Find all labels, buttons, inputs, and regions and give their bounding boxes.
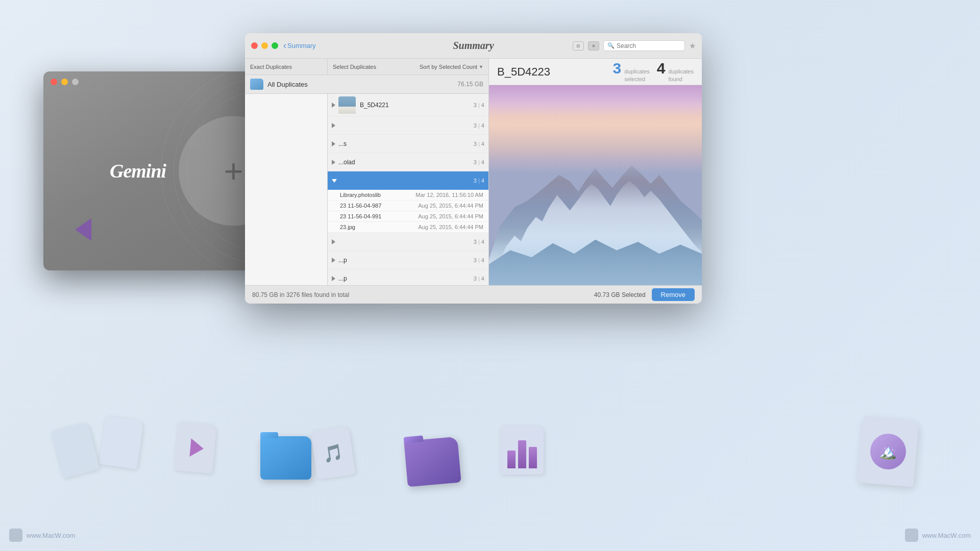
all-dup-folder-icon <box>250 79 263 90</box>
exact-dup-header: Exact Duplicates <box>245 59 328 74</box>
all-duplicates-label: All Duplicates <box>267 81 453 88</box>
back-button[interactable]: Summary <box>287 42 316 49</box>
star-button[interactable]: ★ <box>689 41 696 51</box>
sub-file-date-4: Aug 25, 2015, 6:44:44 PM <box>418 224 483 230</box>
watermark-left: www.MacW.com <box>9 529 75 542</box>
expand-arrow-7 <box>332 258 335 263</box>
watermark-left-text: www.MacW.com <box>27 532 75 539</box>
file-row-6[interactable]: 3 | 4 <box>328 233 488 251</box>
file-count-5: 3 | 4 <box>474 178 484 184</box>
main-window: ‹ Summary Summary ⊞ ≡ 🔍 ★ <box>245 33 702 304</box>
file-count-8: 3 | 4 <box>474 276 484 282</box>
sort-label: Sort by Selected Count <box>420 64 477 70</box>
title-bar: ‹ Summary Summary ⊞ ≡ 🔍 ★ <box>245 33 702 59</box>
bg-gemini-logo: Gemini <box>110 160 166 182</box>
bg-purple-arrow <box>75 218 91 241</box>
file-row-3[interactable]: ...s 3 | 4 <box>328 135 488 153</box>
exact-dup-sidebar <box>245 94 328 285</box>
file-count-6: 3 | 4 <box>474 239 484 245</box>
title-traffic-lights <box>251 42 278 49</box>
all-duplicates-row[interactable]: All Duplicates 76.15 GB <box>245 75 488 94</box>
sort-dropdown[interactable]: Sort by Selected Count ▼ <box>420 64 483 70</box>
file-row-7[interactable]: ...p 3 | 4 <box>328 251 488 269</box>
search-icon: 🔍 <box>607 42 615 49</box>
dup-found-number: 4 <box>657 61 666 76</box>
desktop-purple-folder <box>406 439 459 485</box>
file-row-2[interactable]: 3 | 4 <box>328 116 488 135</box>
dup-selected-number: 3 <box>613 61 622 76</box>
preview-image <box>489 85 702 285</box>
panel-headers: Exact Duplicates Select Duplicates Sort … <box>245 59 488 75</box>
sub-file-date-3: Aug 25, 2015, 6:44:44 PM <box>418 213 483 219</box>
expand-arrow-3 <box>332 141 335 146</box>
desktop-music-icon: 🎵 <box>314 429 352 477</box>
expand-arrow-8 <box>332 276 335 281</box>
sub-file-path-2: 23 11-56-04-987 <box>340 203 414 209</box>
file-row-8[interactable]: ...p 3 | 4 <box>328 269 488 285</box>
file-name-7: ...p <box>338 257 471 264</box>
split-area: B_5D4221 3 | 4 3 | 4 ...s <box>245 94 488 285</box>
file-name-8: ...p <box>338 275 471 282</box>
dup-found-label: duplicatesfound <box>668 68 694 83</box>
watermark-left-icon <box>9 529 22 542</box>
file-name-3: ...s <box>338 140 471 147</box>
file-count-4: 3 | 4 <box>474 159 484 165</box>
tl-green[interactable] <box>272 42 278 49</box>
file-row-5-selected[interactable]: 3 | 4 <box>328 171 488 190</box>
watermark-right-text: www.MacW.com <box>922 532 971 539</box>
file-row-1[interactable]: B_5D4221 3 | 4 <box>328 94 488 116</box>
back-chevron-icon: ‹ <box>283 40 286 51</box>
preview-header: B_5D4223 3 duplicatesselected 4 duplicat… <box>489 59 702 85</box>
file-count-1: 3 | 4 <box>474 102 484 108</box>
sub-file-2[interactable]: 23 11-56-04-987 Aug 25, 2015, 6:44:44 PM <box>328 201 488 211</box>
bg-plus-icon: + <box>224 155 243 188</box>
dup-selected-stat: 3 duplicatesselected <box>613 61 650 83</box>
status-bar: 80.75 GB in 3276 files found in total 40… <box>245 285 702 304</box>
main-content: Exact Duplicates Select Duplicates Sort … <box>245 59 702 285</box>
search-bar: 🔍 <box>603 40 685 51</box>
file-count-2: 3 | 4 <box>474 122 484 129</box>
status-right: 40.73 GB Selected Remove <box>594 288 695 301</box>
expand-arrow-2 <box>332 123 335 128</box>
selected-size: 40.73 GB Selected <box>594 291 646 298</box>
bg-tl-yellow[interactable] <box>61 79 68 85</box>
bg-traffic-lights <box>51 79 79 85</box>
file-name-4: ...olad <box>338 159 471 166</box>
window-title-logo: Summary <box>453 40 494 52</box>
sub-file-date-2: Aug 25, 2015, 6:44:44 PM <box>418 203 483 209</box>
all-duplicates-size: 76.15 GB <box>457 81 483 88</box>
expand-arrow-6 <box>332 239 335 244</box>
desktop-photo-icon: 🏔️ <box>860 418 916 485</box>
sub-files: Library.photoslib Mar 12, 2016, 11:56:10… <box>328 190 488 233</box>
sub-file-4[interactable]: 23.jpg Aug 25, 2015, 6:44:44 PM <box>328 222 488 233</box>
desktop-chart-icon <box>500 426 544 474</box>
dup-stats: 3 duplicatesselected 4 duplicatesfound <box>613 61 694 83</box>
dup-selected-label: duplicatesselected <box>624 68 650 83</box>
sub-file-path-4: 23.jpg <box>340 224 414 230</box>
tl-yellow[interactable] <box>261 42 268 49</box>
preview-filename: B_5D4223 <box>497 65 613 79</box>
sub-file-3[interactable]: 23 11-56-04-991 Aug 25, 2015, 6:44:44 PM <box>328 211 488 222</box>
expand-arrow-4 <box>332 160 335 165</box>
tl-red[interactable] <box>251 42 258 49</box>
view-list-btn[interactable]: ≡ <box>588 41 599 51</box>
bg-tl-red[interactable] <box>51 79 57 85</box>
watermark-right-icon <box>905 529 918 542</box>
expand-arrow-5 <box>332 179 337 183</box>
sub-file-path-3: 23 11-56-04-991 <box>340 213 414 219</box>
desktop-play-icon <box>176 423 214 472</box>
bg-tl-gray[interactable] <box>72 79 79 85</box>
file-name-1: B_5D4221 <box>360 102 471 109</box>
view-grid-btn[interactable]: ⊞ <box>573 41 584 51</box>
search-input[interactable] <box>617 42 681 49</box>
left-panel: Exact Duplicates Select Duplicates Sort … <box>245 59 489 285</box>
desktop-doc-icon-1 <box>56 426 94 474</box>
desktop-doc-icon-2 <box>102 418 140 467</box>
file-row-4[interactable]: ...olad 3 | 4 <box>328 153 488 171</box>
remove-button[interactable]: Remove <box>652 288 695 301</box>
sub-file-1[interactable]: Library.photoslib Mar 12, 2016, 11:56:10… <box>328 190 488 201</box>
watermark-right: www.MacW.com <box>905 529 971 542</box>
expand-arrow-1 <box>332 103 335 108</box>
status-text: 80.75 GB in 3276 files found in total <box>252 291 349 298</box>
sub-file-date-1: Mar 12, 2016, 11:56:10 AM <box>415 192 483 198</box>
